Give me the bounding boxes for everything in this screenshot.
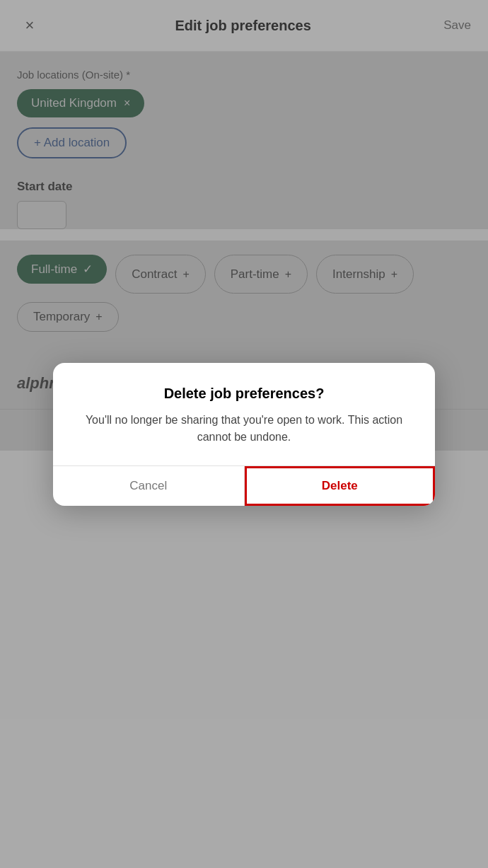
delete-modal: Delete job preferences? You'll no longer… (53, 363, 435, 506)
delete-button[interactable]: Delete (245, 466, 436, 506)
cancel-button[interactable]: Cancel (53, 466, 245, 506)
modal-overlay: Delete job preferences? You'll no longer… (0, 0, 488, 868)
modal-message: You'll no longer be sharing that you're … (76, 412, 412, 446)
modal-body: Delete job preferences? You'll no longer… (53, 363, 435, 446)
modal-title: Delete job preferences? (76, 386, 412, 402)
modal-actions: Cancel Delete (53, 465, 435, 506)
